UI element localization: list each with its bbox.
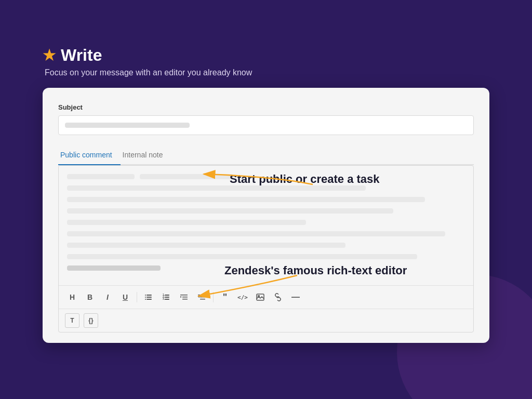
header-title: ★ Write bbox=[43, 46, 489, 65]
svg-rect-16 bbox=[200, 297, 205, 298]
svg-rect-1 bbox=[147, 295, 152, 296]
skeleton-line bbox=[67, 197, 425, 202]
editor-toolbar: H B I U 1.2.3. bbox=[59, 285, 473, 309]
outdent-btn[interactable] bbox=[177, 290, 191, 304]
toolbar-divider-2 bbox=[213, 292, 214, 302]
subject-placeholder bbox=[65, 123, 190, 128]
tab-public-comment[interactable]: Public comment bbox=[58, 145, 121, 165]
toolbar-divider bbox=[137, 292, 137, 302]
page-title: Write bbox=[61, 46, 102, 65]
subject-input[interactable] bbox=[58, 115, 474, 135]
skeleton-line bbox=[67, 185, 366, 191]
svg-rect-4 bbox=[145, 299, 146, 300]
svg-rect-3 bbox=[147, 297, 152, 298]
svg-text:3.: 3. bbox=[163, 297, 165, 300]
editor-toolbar-bottom: T {} bbox=[59, 309, 473, 332]
tabs-section: Public comment Internal note bbox=[58, 145, 474, 165]
editor-border-box: H B I U 1.2.3. bbox=[58, 165, 474, 332]
subject-label: Subject bbox=[58, 103, 474, 111]
svg-rect-15 bbox=[198, 295, 205, 296]
main-card: Subject Public comment Internal note bbox=[43, 88, 489, 343]
italic-btn[interactable]: I bbox=[100, 290, 115, 304]
svg-rect-7 bbox=[165, 295, 169, 296]
code-inline-btn[interactable]: </> bbox=[235, 290, 250, 304]
svg-rect-9 bbox=[165, 297, 169, 298]
subject-section: Subject bbox=[58, 103, 474, 135]
annotation-public-text: Start public or create a task bbox=[230, 172, 380, 186]
hr-btn[interactable]: — bbox=[288, 290, 303, 304]
link-btn[interactable] bbox=[271, 290, 285, 304]
heading-btn[interactable]: H bbox=[65, 290, 79, 304]
underline-btn[interactable]: U bbox=[118, 290, 132, 304]
header-subtitle: Focus on your message with an editor you… bbox=[45, 68, 489, 77]
skeleton-line bbox=[67, 174, 135, 179]
skeleton-line bbox=[67, 208, 393, 214]
skeleton-line bbox=[67, 243, 345, 248]
svg-rect-13 bbox=[182, 297, 188, 298]
skeleton-line bbox=[140, 174, 233, 179]
tab-internal-note[interactable]: Internal note bbox=[121, 145, 171, 164]
skeleton-line-highlighted bbox=[67, 265, 161, 271]
svg-rect-11 bbox=[165, 299, 169, 300]
indent-btn[interactable] bbox=[194, 290, 209, 304]
svg-rect-5 bbox=[147, 299, 152, 300]
skeleton-line bbox=[67, 220, 306, 225]
bold-btn[interactable]: B bbox=[83, 290, 97, 304]
page-wrapper: ★ Write Focus on your message with an ed… bbox=[27, 35, 505, 364]
skeleton-line bbox=[67, 231, 445, 236]
image-btn[interactable] bbox=[253, 290, 268, 304]
star-icon: ★ bbox=[43, 47, 56, 64]
svg-rect-0 bbox=[145, 295, 146, 296]
quote-btn[interactable]: " bbox=[218, 290, 232, 304]
skeleton-line bbox=[67, 254, 417, 259]
svg-rect-14 bbox=[182, 299, 188, 300]
code-block-btn[interactable]: {} bbox=[84, 313, 98, 328]
svg-rect-2 bbox=[145, 297, 146, 298]
header-section: ★ Write Focus on your message with an ed… bbox=[43, 46, 489, 77]
svg-rect-17 bbox=[200, 299, 205, 300]
text-format-btn[interactable]: T bbox=[65, 313, 79, 328]
ol-btn[interactable]: 1.2.3. bbox=[159, 290, 174, 304]
annotation-editor-text: Zendesk's famous rich-text editor bbox=[224, 264, 407, 277]
ul-btn[interactable] bbox=[141, 290, 156, 304]
svg-rect-12 bbox=[180, 295, 188, 296]
